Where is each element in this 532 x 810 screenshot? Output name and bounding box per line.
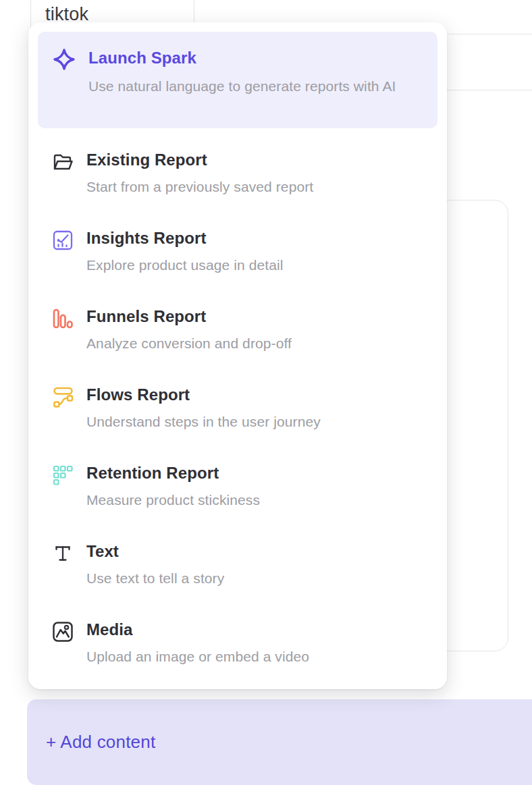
retention-grid-icon <box>52 464 74 486</box>
menu-item-description: Analyze conversion and drop-off <box>86 335 292 352</box>
media-image-icon <box>52 621 74 643</box>
menu-item-text-block: Text Use text to tell a story <box>86 541 224 610</box>
menu-item-description: Measure product stickiness <box>86 492 260 508</box>
insights-chart-icon <box>52 230 74 251</box>
menu-item-flows-report[interactable]: Flows Report Understand steps in the use… <box>38 375 437 454</box>
menu-item-description: Use natural language to generate reports… <box>88 72 396 101</box>
menu-item-title: Insights Report <box>86 228 283 248</box>
menu-item-retention-report[interactable]: Retention Report Measure product stickin… <box>38 454 437 532</box>
menu-item-funnels-report[interactable]: Funnels Report Analyze conversion and dr… <box>38 297 437 375</box>
menu-item-title: Existing Report <box>86 150 313 170</box>
menu-item-text-block: Launch Spark Use natural language to gen… <box>88 48 396 112</box>
menu-item-text-block: Funnels Report Analyze conversion and dr… <box>86 306 292 375</box>
menu-item-description: Understand steps in the user journey <box>86 414 321 430</box>
report-builder-page: tiktok Launch Spark Use natural language… <box>0 0 532 810</box>
menu-item-title: Retention Report <box>86 463 260 483</box>
menu-item-text-block: Media Upload an image or embed a video <box>86 620 309 688</box>
menu-item-text-block: Flows Report Understand steps in the use… <box>86 385 321 454</box>
text-icon <box>52 543 74 564</box>
menu-item-title: Text <box>86 541 224 562</box>
folder-open-icon <box>52 151 74 173</box>
menu-item-text-block: Retention Report Measure product stickin… <box>86 463 260 532</box>
menu-item-title: Media <box>86 620 309 640</box>
menu-item-insights-report[interactable]: Insights Report Explore product usage in… <box>38 219 437 297</box>
spark-icon <box>53 48 76 71</box>
funnel-bars-icon <box>52 308 74 329</box>
menu-item-description: Upload an image or embed a video <box>86 649 309 665</box>
add-content-button[interactable]: + Add content <box>27 699 532 785</box>
menu-item-text[interactable]: Text Use text to tell a story <box>38 532 437 610</box>
menu-item-title: Funnels Report <box>86 306 292 327</box>
menu-item-media[interactable]: Media Upload an image or embed a video <box>38 610 437 688</box>
menu-item-description: Use text to tell a story <box>86 570 224 587</box>
flows-icon <box>52 386 74 408</box>
menu-item-title: Flows Report <box>86 385 321 405</box>
menu-item-text-block: Insights Report Explore product usage in… <box>86 228 283 297</box>
add-content-label: + Add content <box>46 732 155 753</box>
menu-item-launch-spark[interactable]: Launch Spark Use natural language to gen… <box>38 32 437 128</box>
add-content-menu: Launch Spark Use natural language to gen… <box>28 22 447 689</box>
menu-item-description: Explore product usage in detail <box>86 257 283 273</box>
menu-item-description: Start from a previously saved report <box>86 179 313 195</box>
menu-item-title: Launch Spark <box>88 48 396 68</box>
menu-item-existing-report[interactable]: Existing Report Start from a previously … <box>38 140 437 219</box>
menu-item-text-block: Existing Report Start from a previously … <box>86 150 313 219</box>
